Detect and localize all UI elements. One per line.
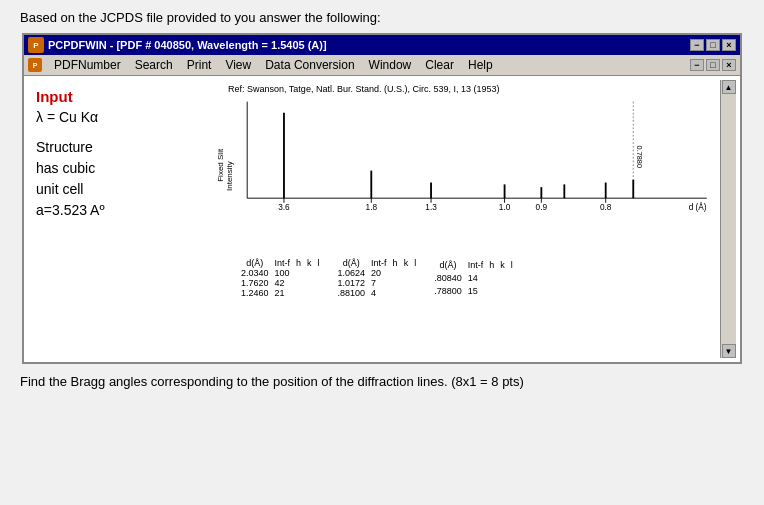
menu-data-conversion[interactable]: Data Conversion xyxy=(263,57,356,73)
col-intf2: Int-f xyxy=(368,258,390,268)
svg-text:1.0: 1.0 xyxy=(499,203,511,212)
table-row: 1.2460 21 xyxy=(238,288,323,298)
lambda-line: λ = Cu Kα xyxy=(36,109,190,125)
structure-line-1: Structure xyxy=(36,137,190,158)
col-h3: h xyxy=(486,258,497,271)
chart-area: Ref: Swanson, Tatge, Natl. Bur. Stand. (… xyxy=(198,80,720,358)
svg-text:3.6: 3.6 xyxy=(278,203,290,212)
table-row: 2.0340 100 xyxy=(238,268,323,278)
menu-bar-1: P PDFNumber Search Print View Data Conve… xyxy=(24,55,740,76)
col-k3: k xyxy=(497,258,508,271)
col-l1: l xyxy=(315,258,323,268)
inner-close-button[interactable]: × xyxy=(722,59,736,71)
reference-text: Ref: Swanson, Tatge, Natl. Bur. Stand. (… xyxy=(228,84,716,94)
menu-view[interactable]: View xyxy=(223,57,253,73)
menu-clear[interactable]: Clear xyxy=(423,57,456,73)
window-title: PCPDFWIN - [PDF # 040850, Wavelength = 1… xyxy=(48,39,327,51)
app-logo-menu: P xyxy=(28,58,42,72)
col-k1: k xyxy=(304,258,315,268)
intro-text: Based on the JCPDS file provided to you … xyxy=(20,10,744,25)
scrollbar[interactable]: ▲ ▼ xyxy=(720,80,736,358)
menu-search[interactable]: Search xyxy=(133,57,175,73)
scroll-up-button[interactable]: ▲ xyxy=(722,80,736,94)
chart-svg-area: 0.7880 3.6 1.8 1.3 1.0 0.9 0.8 d (Å) xyxy=(238,96,716,256)
svg-text:1.3: 1.3 xyxy=(425,203,437,212)
svg-text:0.7880: 0.7880 xyxy=(635,146,644,168)
chart-container: Fixed Slit Intensity xyxy=(208,96,716,256)
input-label: Input xyxy=(36,88,190,105)
structure-line-2: has cubic xyxy=(36,158,190,179)
svg-text:0.9: 0.9 xyxy=(536,203,548,212)
data-table-1: d(Å) Int-f h k l 2.0340 100 1.7620 42 xyxy=(238,258,323,298)
structure-line-3: unit cell xyxy=(36,179,190,200)
col-l3: l xyxy=(508,258,516,271)
col-intf3: Int-f xyxy=(465,258,487,271)
structure-line-4: a=3.523 Aº xyxy=(36,200,190,221)
close-button[interactable]: × xyxy=(722,39,736,51)
title-bar-controls: − □ × xyxy=(690,39,736,51)
data-table-3: d(Å) Int-f h k l .80840 14 .78800 15 xyxy=(431,258,516,298)
left-panel: Input λ = Cu Kα Structure has cubic unit… xyxy=(28,80,198,358)
table-row: .88100 4 xyxy=(335,288,420,298)
table-row: 1.7620 42 xyxy=(238,278,323,288)
menu-print[interactable]: Print xyxy=(185,57,214,73)
structure-text: Structure has cubic unit cell a=3.523 Aº xyxy=(36,137,190,221)
menu-help[interactable]: Help xyxy=(466,57,495,73)
table-row: 1.0172 7 xyxy=(335,278,420,288)
table-row: .78800 15 xyxy=(431,285,516,298)
data-tables: d(Å) Int-f h k l 2.0340 100 1.7620 42 xyxy=(238,258,716,298)
col-k2: k xyxy=(401,258,412,268)
app-window: P PCPDFWIN - [PDF # 040850, Wavelength =… xyxy=(22,33,742,364)
minimize-button[interactable]: − xyxy=(690,39,704,51)
title-bar: P PCPDFWIN - [PDF # 040850, Wavelength =… xyxy=(24,35,740,55)
col-d1: d(Å) xyxy=(238,258,272,268)
inner-window-controls: − □ × xyxy=(690,59,736,71)
col-intf1: Int-f xyxy=(272,258,294,268)
inner-minimize-button[interactable]: − xyxy=(690,59,704,71)
col-d2: d(Å) xyxy=(335,258,369,268)
logo-icon: P xyxy=(28,58,42,72)
table-row: 1.0624 20 xyxy=(335,268,420,278)
col-l2: l xyxy=(411,258,419,268)
inner-restore-button[interactable]: □ xyxy=(706,59,720,71)
svg-text:0.8: 0.8 xyxy=(600,203,612,212)
y-axis-label: Fixed Slit Intensity xyxy=(208,96,238,256)
col-h2: h xyxy=(390,258,401,268)
scroll-down-button[interactable]: ▼ xyxy=(722,344,736,358)
content-area: Input λ = Cu Kα Structure has cubic unit… xyxy=(24,76,740,362)
bottom-text: Find the Bragg angles corresponding to t… xyxy=(20,374,744,389)
chart-spacer xyxy=(198,298,716,358)
col-d3: d(Å) xyxy=(431,258,465,271)
table-row: .80840 14 xyxy=(431,271,516,284)
menu-window[interactable]: Window xyxy=(367,57,414,73)
col-h1: h xyxy=(293,258,304,268)
data-table-2: d(Å) Int-f h k l 1.0624 20 1.0172 7 xyxy=(335,258,420,298)
menu-pdfnumber[interactable]: PDFNumber xyxy=(52,57,123,73)
svg-text:d (Å): d (Å) xyxy=(689,202,707,212)
restore-button[interactable]: □ xyxy=(706,39,720,51)
svg-text:1.8: 1.8 xyxy=(366,203,378,212)
diffraction-chart: 0.7880 3.6 1.8 1.3 1.0 0.9 0.8 d (Å) xyxy=(238,96,716,236)
app-logo: P xyxy=(28,37,44,53)
